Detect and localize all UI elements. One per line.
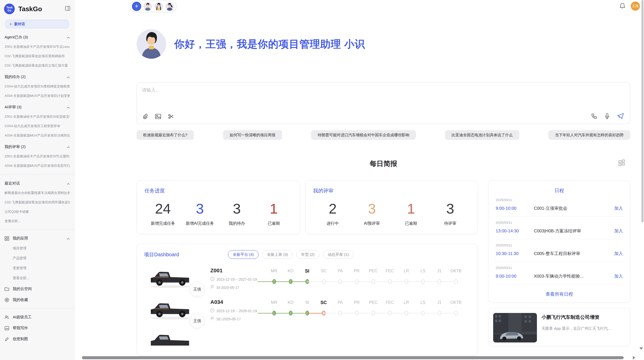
sidebar-item[interactable]: Z001-全新燃油皮卡产品开发项目SI节点Lesson Learn报告 — [5, 44, 70, 49]
milestone-line — [291, 281, 307, 282]
sidebar-app-item[interactable]: 项目管理 — [0, 246, 74, 251]
scroll-right-arrow[interactable] — [633, 356, 635, 359]
sidebar-item[interactable]: Z001-全新燃油轻卡产品开发项目SI节点属性5D文件评审 — [5, 154, 70, 159]
chat-input[interactable] — [142, 87, 625, 107]
apps-view-all[interactable]: 查看全部... — [0, 276, 74, 280]
project-row[interactable]: 王强 A034 2023-12-19 ~ 2026-01-19 — [144, 299, 470, 322]
folder-icon — [5, 287, 9, 291]
dashboard-tab[interactable]: 全新平台 (4) — [228, 250, 259, 259]
assistant-avatar-3[interactable] — [165, 2, 174, 11]
milestone-line — [307, 313, 324, 313]
milestone-label: MR — [266, 268, 282, 274]
milestone-line — [423, 281, 440, 282]
stat-label: 进行中 — [317, 221, 348, 226]
project-rows: 王强 Z001 2023-12-19 ~ 2027-01-19 — [144, 267, 470, 322]
section-header[interactable]: Agent已办 (3) — [5, 35, 70, 40]
milestone-line — [274, 313, 291, 313]
right-column: 日程 2025/03/11 9:00-10:00 C001-立项审批会 加入 — [488, 181, 630, 356]
assistant-avatar-2[interactable] — [154, 2, 163, 11]
sidebar-app-item[interactable]: 产品管理 — [0, 256, 74, 261]
recent-chat-item[interactable]: C02-飞腾新能源轻客改款项目的闭环通告反馈情况 — [5, 200, 70, 205]
attachment-icon[interactable] — [142, 114, 148, 120]
sidebar-item-my-apps[interactable]: 我的应用 — [0, 236, 74, 241]
suggestion-chips: 欧洲新规最近颁布了什么?如何写一份清晰的项目周报特朗普可能对进口汽车增税会对中国… — [137, 130, 630, 140]
stat-label: 待评审 — [435, 221, 465, 226]
schedule-date: 2025/03/11 — [496, 221, 623, 224]
image-upload-icon[interactable] — [155, 114, 161, 120]
sidebar-app-item[interactable]: 变更管理 — [0, 266, 74, 271]
user-avatar[interactable]: 王强 — [631, 2, 640, 11]
chevron-up-icon[interactable] — [67, 105, 70, 109]
dashboard-tab[interactable]: 全新上装 (3) — [262, 250, 293, 259]
new-chat-button[interactable]: + 新对话 — [6, 20, 69, 28]
join-link[interactable]: 加入 — [614, 273, 623, 279]
suggestion-chip[interactable]: 欧洲新规最近颁布了什么? — [137, 130, 194, 140]
join-link[interactable]: 加入 — [614, 251, 623, 257]
milestone-label: SI — [299, 299, 315, 306]
milestone-label: FEC — [382, 299, 398, 306]
sidebar-item-ai-staff[interactable]: AI超级员工 — [0, 315, 74, 320]
suggestion-chip[interactable]: 当下年轻人对汽车外观有怎样的喜好趋势 — [548, 130, 630, 140]
sidebar-item-favorites[interactable]: 我的收藏 — [0, 297, 74, 302]
milestone: PR — [348, 299, 365, 322]
microphone-icon[interactable] — [605, 113, 610, 120]
add-assistant-button[interactable]: + — [132, 2, 141, 11]
view-all-schedule-link[interactable]: 查看所有日程 — [495, 291, 623, 297]
section-header[interactable]: 我的评审 (2) — [5, 144, 70, 149]
sidebar-item[interactable]: A034-全新新能源MUV产品开发项目造型可行性评审 — [5, 163, 70, 168]
dashboard-tab[interactable]: 年型 (2) — [296, 250, 319, 259]
suggestion-chip[interactable]: 特朗普可能对进口汽车增税会对中国车企造成哪些影响 — [311, 130, 416, 140]
sidebar-item[interactable]: A034-全新新能源MUV产品开发项目法规符合性评审 — [5, 133, 70, 138]
sidebar-item-help-write[interactable]: 帮我写作 — [0, 326, 74, 331]
milestone-label: LS — [415, 299, 431, 306]
milestone-label: SC — [315, 268, 332, 274]
stat-cell: 3 我的待办 — [222, 200, 252, 226]
scroll-down-arrow[interactable] — [639, 347, 643, 350]
suggestion-chip[interactable]: 比亚迪全固态电池计划具体说了什么 — [445, 130, 519, 140]
project-dates: 2023-12-19 ~ 2027-01-19 — [210, 277, 266, 282]
suggestion-chip[interactable]: 如何写一份清晰的项目周报 — [223, 130, 282, 140]
send-icon[interactable] — [617, 113, 624, 120]
chevron-up-icon[interactable] — [67, 181, 70, 186]
sidebar-item-creative-draw[interactable]: 创意制图 — [0, 337, 74, 341]
recent-chat-item[interactable]: 解释最新出台的欧盟报废车法规再生塑料比例被调至15%... — [5, 191, 70, 195]
vertical-scrollbar[interactable] — [641, 0, 643, 222]
stat-cell: 3 新增AI完成任务 — [185, 200, 215, 226]
join-link[interactable]: 加入 — [614, 205, 623, 211]
chevron-up-icon[interactable] — [67, 236, 70, 241]
app-logo: TaskGo — [4, 4, 15, 14]
sidebar-item[interactable]: Z001-全新燃油轻卡产品开发项目SI造型提交物评审 — [5, 114, 70, 119]
sidebar-item[interactable]: C02-飞腾新能源轻客改款项目立项汇报方案 — [5, 63, 70, 68]
sidebar-item[interactable]: C0X4-动力总成开发项目SI里程碑提交物检查 — [5, 84, 70, 89]
sidebar-item-cloud-space[interactable]: 我的云空间 — [0, 287, 74, 291]
milestone-label: PA — [332, 268, 348, 274]
project-code: A034 — [210, 299, 266, 305]
sidebar-collapse-icon[interactable] — [65, 6, 70, 12]
horizontal-scrollbar[interactable] — [82, 356, 624, 359]
section-header[interactable]: AI评审 (3) — [5, 105, 70, 110]
composer-right-icons — [591, 113, 624, 120]
recent-chat-item[interactable]: 公司Q3轻卡销量 — [5, 209, 70, 214]
phone-call-icon[interactable] — [591, 113, 597, 120]
recent-view-all[interactable]: 查看全部... — [5, 219, 70, 223]
project-row[interactable]: 王强 Z001 2023-12-19 ~ 2027-01-19 — [144, 267, 470, 290]
stat-cell: 2 进行中 — [317, 200, 348, 226]
scissors-icon[interactable] — [168, 114, 174, 120]
layout-grid-icon[interactable] — [619, 160, 625, 167]
sidebar-item[interactable]: C02-飞腾新能源轻客改款项目里程碑画布 — [5, 54, 70, 58]
section-header[interactable]: 我的待办 (2) — [5, 74, 70, 79]
milestone-label: FEC — [382, 268, 398, 274]
chevron-up-icon[interactable] — [67, 75, 70, 79]
notification-bell-icon[interactable] — [620, 3, 625, 10]
stat-value: 1 — [396, 200, 426, 217]
chevron-up-icon[interactable] — [67, 35, 70, 39]
dashboard-tab[interactable]: 动总开发 (1) — [323, 250, 354, 259]
news-card[interactable]: 小鹏飞行汽车制造公司增资 天眼查 App 显示，近日广州汇天飞行汽... — [488, 308, 630, 346]
chevron-up-icon[interactable] — [67, 145, 70, 149]
join-link[interactable]: 加入 — [614, 228, 623, 234]
milestone-label: OKTB — [448, 268, 464, 274]
sidebar-item[interactable]: C0X4-动力总成开发项目工程变更评审 — [5, 124, 70, 128]
section-header[interactable]: 最近对话 — [5, 181, 70, 186]
assistant-avatar-1[interactable] — [143, 2, 152, 11]
sidebar-item[interactable]: A034-全新新能源MUV产品开发项目计划变更表编写 — [5, 94, 70, 98]
